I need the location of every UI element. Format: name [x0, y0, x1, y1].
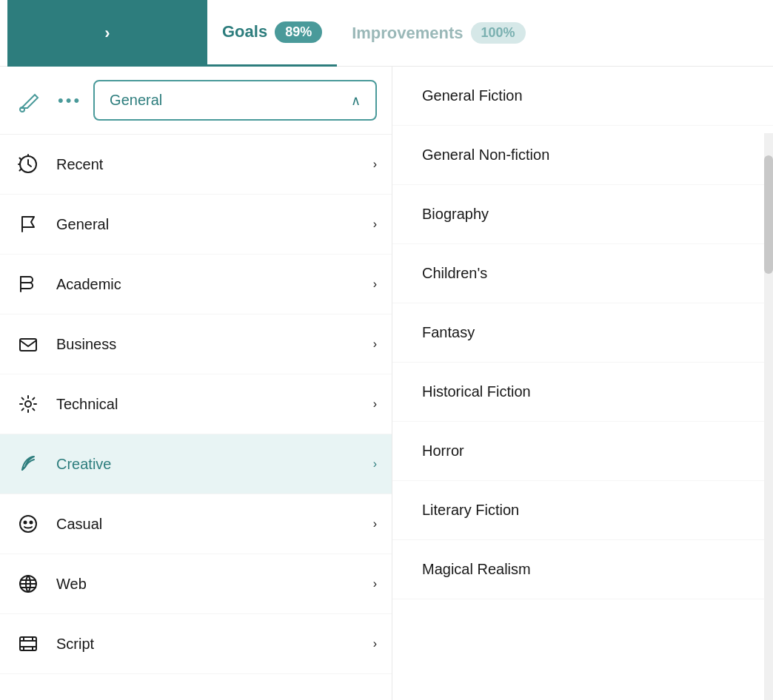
expand-icon[interactable]: ›: [104, 24, 110, 43]
category-item-recent[interactable]: Recent ›: [0, 135, 392, 195]
chevron-right-icon: ›: [373, 517, 377, 531]
scrollbar[interactable]: [764, 133, 773, 700]
category-item-academic[interactable]: Academic ›: [0, 255, 392, 314]
category-item-creative[interactable]: Creative ›: [0, 434, 392, 494]
subcategory-item-literary-fiction[interactable]: Literary Fiction: [392, 481, 773, 540]
chevron-right-icon: ›: [373, 577, 377, 590]
chevron-right-icon: ›: [373, 337, 377, 351]
chevron-right-icon: ›: [373, 277, 377, 291]
tab-improvements[interactable]: Improvements 100%: [337, 0, 540, 67]
category-label-web: Web: [56, 576, 358, 593]
scrollbar-thumb[interactable]: [764, 155, 773, 274]
gear-icon: [15, 391, 41, 417]
subcategory-list: General Fiction General Non-fiction Biog…: [392, 67, 773, 700]
svg-rect-2: [20, 339, 36, 351]
more-options-icon[interactable]: •••: [58, 91, 81, 110]
category-item-web[interactable]: Web ›: [0, 554, 392, 614]
category-item-technical[interactable]: Technical ›: [0, 374, 392, 434]
header: › Goals 89% Improvements 100%: [0, 0, 773, 67]
film-icon: [15, 630, 41, 657]
chevron-right-icon: ›: [373, 218, 377, 231]
category-item-casual[interactable]: Casual ›: [0, 494, 392, 554]
flag-icon: [15, 211, 41, 238]
chevron-right-icon: ›: [373, 158, 377, 171]
subcategory-item-biography[interactable]: Biography: [392, 185, 773, 244]
dropdown-selected-value: General: [110, 92, 162, 109]
category-list: Recent › General ›: [0, 135, 392, 700]
category-label-technical: Technical: [56, 396, 358, 413]
smiley-icon: [15, 511, 41, 537]
svg-rect-8: [20, 637, 36, 650]
subcategory-item-horror[interactable]: Horror: [392, 422, 773, 481]
dropdown-chevron-icon: ∧: [351, 92, 361, 109]
category-label-casual: Casual: [56, 516, 358, 533]
svg-point-5: [24, 522, 27, 524]
mail-icon: [15, 331, 41, 357]
main-content: ••• General ∧ Recent ›: [0, 67, 773, 700]
svg-point-0: [20, 107, 24, 112]
category-dropdown[interactable]: General ∧: [93, 80, 377, 121]
subcategory-item-general-nonfiction[interactable]: General Non-fiction: [392, 126, 773, 185]
pencil-icon: [15, 85, 46, 116]
pen-feather-icon: [15, 451, 41, 477]
category-item-business[interactable]: Business ›: [0, 314, 392, 374]
tab-improvements-badge: 100%: [471, 22, 526, 44]
subcategory-item-historical-fiction[interactable]: Historical Fiction: [392, 363, 773, 422]
category-label-academic: Academic: [56, 276, 358, 293]
chevron-right-icon: ›: [373, 637, 377, 650]
right-panel: General Fiction General Non-fiction Biog…: [392, 67, 773, 700]
category-item-general[interactable]: General ›: [0, 195, 392, 255]
category-label-general: General: [56, 216, 358, 233]
left-panel: ••• General ∧ Recent ›: [0, 67, 392, 700]
toolbar-row: ••• General ∧: [0, 67, 392, 135]
svg-point-6: [30, 522, 33, 524]
tab-goals[interactable]: Goals 89%: [207, 0, 337, 67]
svg-point-4: [20, 516, 36, 532]
svg-point-3: [25, 401, 31, 407]
category-label-recent: Recent: [56, 156, 358, 173]
header-left-panel: ›: [7, 0, 207, 67]
subcategory-item-general-fiction[interactable]: General Fiction: [392, 67, 773, 126]
chevron-right-icon: ›: [373, 457, 377, 471]
history-icon: [15, 151, 41, 178]
subcategory-item-childrens[interactable]: Children's: [392, 244, 773, 303]
chevron-right-icon: ›: [373, 397, 377, 411]
tabs-area: Goals 89% Improvements 100%: [207, 0, 773, 67]
category-label-script: Script: [56, 636, 358, 653]
category-label-business: Business: [56, 336, 358, 353]
globe-icon: [15, 571, 41, 597]
subcategory-item-magical-realism[interactable]: Magical Realism: [392, 540, 773, 599]
tab-goals-badge: 89%: [275, 21, 322, 43]
category-label-creative: Creative: [56, 456, 358, 473]
subcategory-item-fantasy[interactable]: Fantasy: [392, 303, 773, 363]
book-icon: [15, 271, 41, 297]
category-item-script[interactable]: Script ›: [0, 614, 392, 674]
tab-goals-label: Goals: [222, 22, 267, 41]
tab-improvements-label: Improvements: [352, 24, 463, 43]
